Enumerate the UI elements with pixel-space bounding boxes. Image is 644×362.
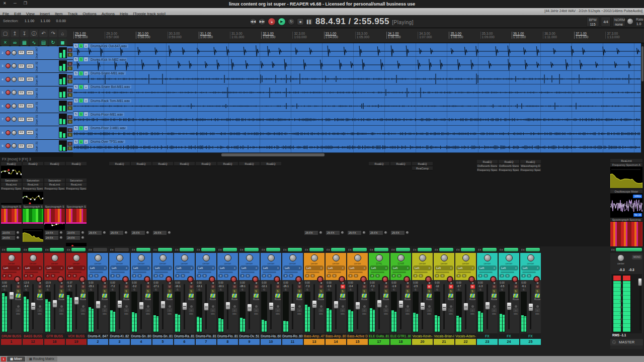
strip-number[interactable]: 16 bbox=[44, 339, 65, 345]
strip-number[interactable]: 7 bbox=[196, 339, 216, 345]
output-selector[interactable]: ×Left bbox=[456, 265, 475, 270]
new-project-icon[interactable]: ▢ bbox=[1, 30, 10, 37]
record-arm-button[interactable] bbox=[209, 276, 215, 283]
fx-slot[interactable]: ReaEQ bbox=[261, 162, 281, 166]
strip-number[interactable]: 24 bbox=[499, 339, 519, 345]
mixer-strip[interactable]: FX center ×Left øio 0.00 -2.5 -6- ◀ M S … bbox=[412, 246, 433, 345]
strip-name[interactable]: BASS BUSS bbox=[23, 333, 43, 339]
strip-number[interactable]: 13 bbox=[304, 339, 325, 345]
mixer-strip[interactable]: FX center ×Left øio 0.00 -13.1 -6- ◀ M S… bbox=[196, 246, 216, 345]
item-loop-icon[interactable]: ↻ bbox=[74, 140, 78, 144]
arrange-media-item[interactable]: ↻ 1 « Drums-Rack Tom-M81.wav bbox=[73, 98, 641, 112]
fx-slot[interactable]: Waveshaping D bbox=[520, 164, 541, 168]
mono-button[interactable]: MONO bbox=[632, 255, 642, 259]
strip-number[interactable]: 2 bbox=[88, 339, 108, 345]
track-volume-knob[interactable] bbox=[12, 117, 17, 122]
phones-icon[interactable]: ⌂ bbox=[189, 308, 194, 312]
width-slider[interactable] bbox=[154, 272, 168, 273]
phase-button[interactable]: ø bbox=[2, 274, 7, 278]
track-mute-button[interactable]: M bbox=[67, 102, 72, 106]
io-button[interactable]: io bbox=[116, 274, 120, 278]
send-slot[interactable]: 25:FX bbox=[348, 230, 366, 235]
mute-button[interactable]: M bbox=[276, 285, 280, 289]
fx-slot[interactable]: ReaEQ bbox=[217, 162, 238, 166]
solo-button[interactable]: S bbox=[406, 289, 410, 293]
strip-number[interactable]: 4 bbox=[131, 339, 151, 345]
width-slider[interactable] bbox=[328, 272, 341, 273]
track-solo-button[interactable]: S bbox=[67, 79, 72, 83]
mute-button[interactable]: M bbox=[254, 285, 259, 289]
selection-readout[interactable]: Selection: 1.1.00 1.1.00 0.0.00 bbox=[3, 19, 66, 23]
track-control-panel[interactable]: 9 FX env Drum..81 MS bbox=[0, 140, 73, 153]
record-arm-button[interactable] bbox=[166, 276, 172, 283]
mixer-strip[interactable]: FX center ×Left øio 0.00 -28.1 -6- ◀ M S… bbox=[239, 246, 260, 345]
strip-name[interactable]: Drums-Flo..81 bbox=[217, 333, 238, 339]
phones-icon[interactable]: ⌂ bbox=[362, 308, 367, 312]
bpm-box[interactable]: BPM115 bbox=[586, 17, 599, 27]
track-mute-button[interactable]: M bbox=[67, 128, 72, 132]
volume-fader[interactable] bbox=[160, 301, 166, 309]
track-fx-button[interactable]: FX bbox=[18, 144, 25, 148]
fx-slot[interactable]: ReaEQ bbox=[109, 162, 130, 166]
strip-name[interactable]: Vocals-Kevin- bbox=[412, 333, 433, 339]
io-button[interactable]: io bbox=[462, 274, 466, 278]
output-selector[interactable]: ×Left bbox=[370, 265, 388, 270]
send-knob[interactable] bbox=[319, 231, 323, 234]
solo-button[interactable]: S bbox=[211, 289, 215, 293]
tab-mixer[interactable]: ▦ Mixer bbox=[7, 356, 25, 361]
pan-knob[interactable] bbox=[138, 254, 145, 261]
record-arm-button[interactable] bbox=[187, 276, 194, 283]
strip-number[interactable]: 20 bbox=[412, 339, 433, 345]
fx-slot[interactable] bbox=[309, 248, 324, 251]
item-props-icon[interactable]: « bbox=[84, 126, 88, 130]
pan-knob[interactable] bbox=[73, 254, 80, 261]
track-volume-knob[interactable] bbox=[12, 77, 17, 82]
strip-name[interactable]: Drums-Flo..81 bbox=[196, 333, 216, 339]
tab-routing-matrix[interactable]: ▦ Routing Matrix bbox=[26, 356, 57, 361]
mute-button[interactable]: M bbox=[492, 285, 497, 289]
mute-button[interactable]: M bbox=[514, 285, 518, 289]
strip-fx-row[interactable]: FX bbox=[109, 246, 130, 253]
fx-slot[interactable] bbox=[93, 248, 107, 251]
io-button[interactable]: io bbox=[332, 274, 337, 278]
arrange-media-item[interactable]: ↻ 1 « Drums-Snare-M81.wav bbox=[73, 71, 641, 84]
strip-fx-row[interactable]: FX bbox=[23, 246, 43, 253]
width-slider[interactable] bbox=[371, 272, 384, 273]
mute-button[interactable]: M bbox=[406, 285, 410, 289]
mute-button[interactable]: M bbox=[59, 285, 64, 289]
record-arm-button[interactable] bbox=[339, 276, 345, 283]
pan-knob[interactable] bbox=[181, 254, 188, 261]
route-label[interactable]: Route bbox=[448, 298, 454, 301]
send-slot[interactable]: 25:FX bbox=[304, 230, 323, 235]
send-knob[interactable] bbox=[59, 231, 63, 234]
volume-fader[interactable] bbox=[442, 303, 447, 311]
fx-slot[interactable] bbox=[396, 248, 410, 251]
record-arm-button[interactable] bbox=[6, 117, 11, 122]
volume-fader[interactable] bbox=[225, 302, 230, 310]
strip-fx-row[interactable]: FX bbox=[499, 246, 519, 253]
solo-button[interactable]: S bbox=[362, 289, 367, 293]
mute-button[interactable]: M bbox=[470, 285, 475, 289]
output-selector[interactable]: ×Left bbox=[197, 265, 215, 270]
phase-button[interactable]: ø bbox=[218, 274, 223, 278]
pan-knob[interactable] bbox=[8, 254, 15, 261]
track-env-button[interactable]: env bbox=[26, 117, 34, 122]
strip-fx-row[interactable]: FX bbox=[390, 246, 411, 253]
send-slot[interactable]: 23:FX bbox=[2, 230, 20, 235]
output-selector[interactable]: ×Left bbox=[478, 265, 497, 270]
track-env-button[interactable]: env bbox=[26, 90, 34, 95]
io-button[interactable]: io bbox=[94, 274, 99, 278]
io-button[interactable]: io bbox=[224, 274, 228, 278]
solo-button[interactable]: S bbox=[254, 289, 259, 293]
send-slot[interactable]: 25:FX bbox=[369, 230, 387, 235]
mute-button[interactable]: M bbox=[427, 285, 432, 289]
strip-fx-row[interactable]: FX bbox=[477, 246, 498, 253]
io-button[interactable]: io bbox=[246, 274, 250, 278]
send-slot[interactable]: 25:FX bbox=[131, 230, 149, 235]
solo-button[interactable]: S bbox=[319, 289, 324, 293]
snap-icon[interactable]: ▤ bbox=[39, 39, 48, 46]
width-slider[interactable] bbox=[349, 272, 363, 273]
record-arm-button[interactable] bbox=[6, 77, 11, 82]
fx-slot[interactable]: ReaEQ bbox=[412, 162, 433, 166]
strip-name[interactable]: FX bbox=[520, 333, 541, 339]
